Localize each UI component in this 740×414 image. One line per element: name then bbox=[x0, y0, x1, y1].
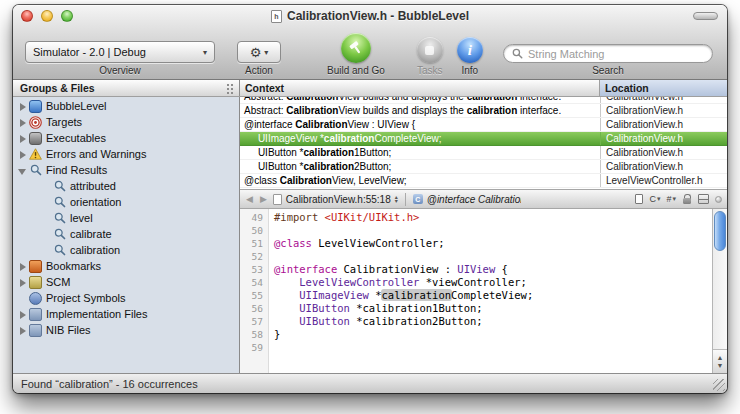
find-result-row[interactable]: UIButton *calibration1Button;Calibration… bbox=[240, 146, 727, 160]
sidebar-item-orientation[interactable]: orientation bbox=[13, 194, 239, 210]
sidebar-item-project-symbols[interactable]: Project Symbols bbox=[13, 290, 239, 306]
code-line[interactable]: 50 bbox=[240, 224, 712, 237]
scroll-down-button[interactable]: ▼ bbox=[717, 362, 724, 369]
code-line[interactable]: 56 UIButton *calibration1Button; bbox=[240, 302, 712, 315]
chevron-down-icon: ▾ bbox=[264, 48, 268, 57]
lock-icon[interactable] bbox=[682, 194, 692, 205]
line-number[interactable]: 51 bbox=[240, 237, 268, 250]
sidebar-item-bookmarks[interactable]: Bookmarks bbox=[13, 258, 239, 274]
code-lines[interactable]: 49#import <UIKit/UIKit.h>5051@class Leve… bbox=[240, 209, 712, 373]
scroll-up-button[interactable]: ▲ bbox=[717, 354, 724, 361]
find-result-row[interactable]: @interface CalibrationView : UIView {Cal… bbox=[240, 118, 727, 132]
scrollbar-thumb[interactable] bbox=[714, 211, 726, 251]
search-field[interactable] bbox=[503, 44, 713, 63]
build-and-go-button[interactable] bbox=[341, 33, 371, 63]
zoom-button[interactable] bbox=[61, 10, 73, 22]
disclosure-triangle[interactable] bbox=[18, 150, 27, 159]
code-line[interactable]: 53@interface CalibrationView : UIView { bbox=[240, 263, 712, 276]
code-text: @interface CalibrationView : UIView { bbox=[268, 263, 508, 276]
back-button[interactable]: ◀ bbox=[245, 194, 254, 204]
tasks-button[interactable] bbox=[417, 37, 443, 63]
splitter-grip-icon[interactable] bbox=[226, 83, 235, 94]
sidebar-item-attributed[interactable]: attributed bbox=[13, 178, 239, 194]
find-result-row[interactable]: UIButton *calibration2Button;Calibration… bbox=[240, 160, 727, 174]
disclosure-triangle[interactable] bbox=[18, 278, 27, 287]
sidebar-item-implementation-files[interactable]: Implementation Files bbox=[13, 306, 239, 322]
symbols-menu-button[interactable]: # ▾ bbox=[666, 194, 676, 204]
disclosure-triangle[interactable] bbox=[18, 310, 27, 319]
sidebar-item-bubblelevel[interactable]: BubbleLevel bbox=[13, 98, 239, 114]
info-button[interactable]: i bbox=[457, 37, 483, 63]
code-text: @class LevelViewController; bbox=[268, 237, 445, 250]
line-number[interactable]: 58 bbox=[240, 328, 268, 341]
code-line[interactable]: 54 LevelViewController *viewController; bbox=[240, 276, 712, 289]
find-result-row[interactable]: UIImageView *calibrationCompleteView;Cal… bbox=[240, 132, 727, 146]
code-line[interactable]: 55 UIImageView *calibrationCompleteView; bbox=[240, 289, 712, 302]
splitter-handle[interactable] bbox=[715, 196, 722, 203]
disclosure-triangle[interactable] bbox=[18, 166, 27, 175]
code-line[interactable]: 59 bbox=[240, 341, 712, 354]
sidebar-item-errors-and-warnings[interactable]: Errors and Warnings bbox=[13, 146, 239, 162]
context-column-header[interactable]: Context bbox=[240, 80, 600, 96]
line-number[interactable]: 53 bbox=[240, 263, 268, 276]
status-bar: Found “calibration” - 16 occurrences bbox=[13, 373, 727, 393]
line-number[interactable]: 57 bbox=[240, 315, 268, 328]
sidebar-item-targets[interactable]: Targets bbox=[13, 114, 239, 130]
code-line[interactable]: 49#import <UIKit/UIKit.h> bbox=[240, 211, 712, 224]
line-number[interactable]: 50 bbox=[240, 224, 268, 237]
file-history-popup[interactable]: CalibrationView.h:55:18 ▴ ▾ bbox=[273, 194, 398, 205]
close-button[interactable] bbox=[21, 10, 33, 22]
find-result-row[interactable]: @class CalibrationView, LevelView;LevelV… bbox=[240, 174, 727, 188]
location-column-header[interactable]: Location bbox=[600, 80, 727, 96]
find-result-row[interactable]: Abstract: CalibrationView builds and dis… bbox=[240, 104, 727, 118]
find-result-location: CalibrationView.h bbox=[600, 104, 727, 117]
counterpart-button[interactable] bbox=[635, 194, 643, 204]
resize-grip[interactable] bbox=[713, 379, 725, 391]
line-number[interactable]: 52 bbox=[240, 250, 268, 263]
code-line[interactable]: 52 bbox=[240, 250, 712, 263]
sidebar-item-find-results[interactable]: Find Results bbox=[13, 162, 239, 178]
search-input[interactable] bbox=[528, 48, 704, 60]
build-item: Build and Go bbox=[327, 29, 385, 76]
code-line[interactable]: 51@class LevelViewController; bbox=[240, 237, 712, 250]
line-number[interactable]: 49 bbox=[240, 211, 268, 224]
line-number[interactable]: 56 bbox=[240, 302, 268, 315]
groups-files-header[interactable]: Groups & Files bbox=[13, 80, 240, 96]
sidebar-item-level[interactable]: level bbox=[13, 210, 239, 226]
sidebar-item-nib-files[interactable]: NIB Files bbox=[13, 322, 239, 338]
disclosure-triangle[interactable] bbox=[18, 134, 27, 143]
disclosure-triangle[interactable] bbox=[18, 118, 27, 127]
line-number[interactable]: 54 bbox=[240, 276, 268, 289]
sidebar-item-scm[interactable]: SCM bbox=[13, 274, 239, 290]
search-icon bbox=[53, 228, 66, 241]
code-editor[interactable]: 49#import <UIKit/UIKit.h>5051@class Leve… bbox=[240, 209, 727, 373]
sidebar-item-executables[interactable]: Executables bbox=[13, 130, 239, 146]
code-text: } bbox=[268, 328, 280, 341]
sidebar-item-calibrate[interactable]: calibrate bbox=[13, 226, 239, 242]
line-number[interactable]: 59 bbox=[240, 341, 268, 354]
disclosure-triangle[interactable] bbox=[18, 326, 27, 335]
disclosure-triangle[interactable] bbox=[18, 102, 27, 111]
find-result-location: CalibrationView.h bbox=[600, 160, 727, 173]
split-editor-button[interactable] bbox=[698, 194, 709, 204]
file-icon bbox=[273, 194, 282, 205]
line-number[interactable]: 55 bbox=[240, 289, 268, 302]
symbol-popup[interactable]: C @interface CalibrationView bbox=[413, 194, 521, 205]
title-bar[interactable]: h CalibrationView.h - BubbleLevel bbox=[13, 5, 727, 27]
overview-popup[interactable]: Simulator - 2.0 | Debug ▾ bbox=[25, 41, 215, 63]
disclosure-triangle[interactable] bbox=[18, 262, 27, 271]
minimize-button[interactable] bbox=[41, 10, 53, 22]
line-stepper[interactable]: ▴ ▾ bbox=[395, 195, 398, 203]
code-text: UIImageView *calibrationCompleteView; bbox=[268, 289, 533, 302]
code-line[interactable]: 58} bbox=[240, 328, 712, 341]
search-caption: Search bbox=[592, 65, 624, 76]
files-icon bbox=[29, 308, 42, 321]
forward-button[interactable]: ▶ bbox=[259, 194, 268, 204]
included-files-button[interactable]: C ▾ bbox=[649, 194, 660, 204]
editor-scrollbar[interactable]: ▲ ▼ bbox=[712, 209, 727, 373]
toolbar-toggle-button[interactable] bbox=[693, 12, 718, 20]
find-result-row[interactable]: Abstract: CalibrationView builds and dis… bbox=[240, 97, 727, 104]
code-line[interactable]: 57 UIButton *calibration2Button; bbox=[240, 315, 712, 328]
sidebar-item-calibration[interactable]: calibration bbox=[13, 242, 239, 258]
action-button[interactable]: ⚙ ▾ bbox=[237, 41, 281, 63]
